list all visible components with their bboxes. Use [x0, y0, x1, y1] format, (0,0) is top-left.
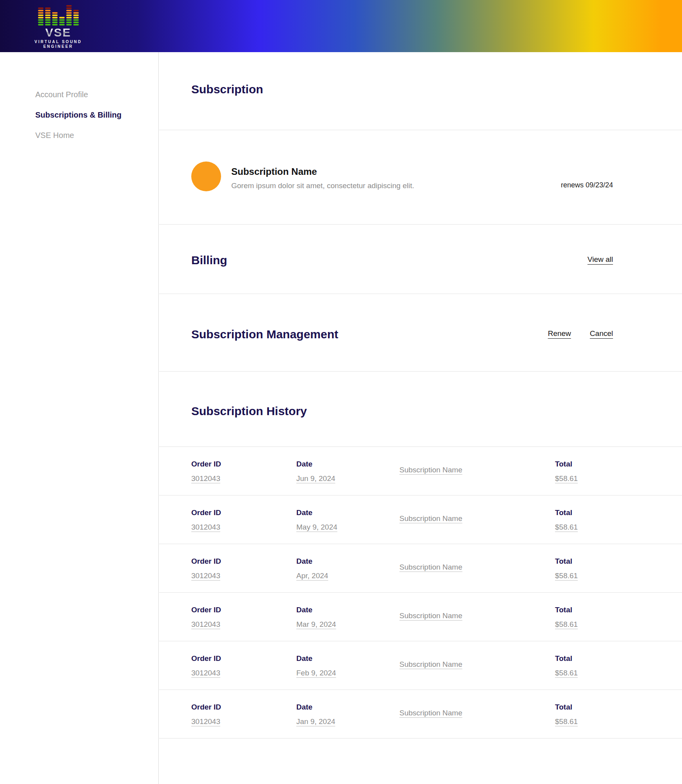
date-header: Date — [296, 654, 399, 663]
total-header: Total — [555, 654, 682, 663]
plan-name: Subscription Name — [231, 165, 414, 178]
renewal-date: renews 09/23/24 — [561, 180, 613, 190]
history-table: Order ID 3012043 Date Jun 9, 2024 Subscr… — [159, 447, 682, 739]
billing-title: Billing — [191, 252, 227, 268]
page: VSE VIRTUAL SOUND ENGINEER Account Profi… — [0, 0, 682, 784]
total-link[interactable]: $58.61 — [555, 572, 682, 580]
order-id-header: Order ID — [191, 654, 296, 663]
total-header: Total — [555, 606, 682, 614]
plan-name-link[interactable]: Subscription Name — [399, 709, 555, 717]
brand-abbr: VSE — [45, 27, 71, 38]
total-header: Total — [555, 460, 682, 468]
order-id-link[interactable]: 3012043 — [191, 669, 296, 677]
plan-name-link[interactable]: Subscription Name — [399, 612, 555, 620]
billing-section: Billing View all — [159, 225, 682, 294]
order-id-link[interactable]: 3012043 — [191, 717, 296, 726]
order-id-header: Order ID — [191, 508, 296, 517]
total-link[interactable]: $58.61 — [555, 620, 682, 629]
brand-tagline-line1: VIRTUAL SOUND — [34, 40, 82, 44]
subscription-history-title: Subscription History — [191, 403, 613, 419]
plan-text: Subscription Name Gorem ipsum dolor sit … — [231, 165, 414, 191]
date-header: Date — [296, 703, 399, 711]
total-header: Total — [555, 703, 682, 711]
subscription-management-title: Subscription Management — [191, 326, 338, 342]
order-id-header: Order ID — [191, 460, 296, 468]
date-link[interactable]: May 9, 2024 — [296, 523, 399, 532]
date-header: Date — [296, 460, 399, 468]
total-link[interactable]: $58.61 — [555, 474, 682, 483]
order-id-link[interactable]: 3012043 — [191, 474, 296, 483]
table-row: Order ID 3012043 Date Jan 9, 2024 Subscr… — [159, 690, 682, 739]
brand-logo[interactable]: VSE VIRTUAL SOUND ENGINEER — [34, 4, 82, 49]
sidebar-item-vse-home[interactable]: VSE Home — [35, 130, 158, 140]
total-header: Total — [555, 508, 682, 517]
sidebar-item-subscriptions-billing[interactable]: Subscriptions & Billing — [35, 110, 158, 120]
equalizer-icon — [38, 4, 79, 25]
order-id-link[interactable]: 3012043 — [191, 620, 296, 629]
plan-avatar — [191, 162, 221, 191]
date-header: Date — [296, 508, 399, 517]
total-header: Total — [555, 557, 682, 566]
total-link[interactable]: $58.61 — [555, 523, 682, 532]
plan-description: Gorem ipsum dolor sit amet, consectetur … — [231, 181, 414, 191]
total-link[interactable]: $58.61 — [555, 669, 682, 677]
plan-name-link[interactable]: Subscription Name — [399, 563, 555, 572]
plan-name-link[interactable]: Subscription Name — [399, 466, 555, 474]
view-all-link[interactable]: View all — [588, 255, 613, 264]
brand-tagline-line2: ENGINEER — [34, 44, 82, 49]
brand-tagline: VIRTUAL SOUND ENGINEER — [34, 40, 82, 49]
subscription-card: Subscription Name Gorem ipsum dolor sit … — [159, 130, 682, 225]
table-row: Order ID 3012043 Date Mar 9, 2024 Subscr… — [159, 593, 682, 641]
subscription-management-section: Subscription Management Renew Cancel — [159, 294, 682, 372]
plan-name-link[interactable]: Subscription Name — [399, 660, 555, 669]
order-id-header: Order ID — [191, 557, 296, 566]
table-row: Order ID 3012043 Date May 9, 2024 Subscr… — [159, 495, 682, 544]
table-row: Order ID 3012043 Date Jun 9, 2024 Subscr… — [159, 447, 682, 495]
header-banner: VSE VIRTUAL SOUND ENGINEER — [0, 0, 682, 52]
subscription-title: Subscription — [191, 81, 613, 97]
date-link[interactable]: Jun 9, 2024 — [296, 474, 399, 483]
subscription-history-section: Subscription History — [159, 372, 682, 447]
date-header: Date — [296, 557, 399, 566]
order-id-link[interactable]: 3012043 — [191, 572, 296, 580]
main-content: Subscription Subscription Name Gorem ips… — [159, 52, 682, 784]
order-id-header: Order ID — [191, 703, 296, 711]
renew-link[interactable]: Renew — [548, 329, 571, 338]
date-header: Date — [296, 606, 399, 614]
order-id-header: Order ID — [191, 606, 296, 614]
table-row: Order ID 3012043 Date Feb 9, 2024 Subscr… — [159, 641, 682, 690]
order-id-link[interactable]: 3012043 — [191, 523, 296, 532]
subscription-section: Subscription — [159, 52, 682, 130]
date-link[interactable]: Apr, 2024 — [296, 572, 399, 580]
date-link[interactable]: Jan 9, 2024 — [296, 717, 399, 726]
sidebar-item-account-profile[interactable]: Account Profile — [35, 89, 158, 100]
date-link[interactable]: Mar 9, 2024 — [296, 620, 399, 629]
cancel-link[interactable]: Cancel — [590, 329, 613, 338]
table-row: Order ID 3012043 Date Apr, 2024 Subscrip… — [159, 544, 682, 593]
plan-name-link[interactable]: Subscription Name — [399, 514, 555, 523]
sidebar: Account Profile Subscriptions & Billing … — [0, 52, 159, 784]
total-link[interactable]: $58.61 — [555, 717, 682, 726]
date-link[interactable]: Feb 9, 2024 — [296, 669, 399, 677]
